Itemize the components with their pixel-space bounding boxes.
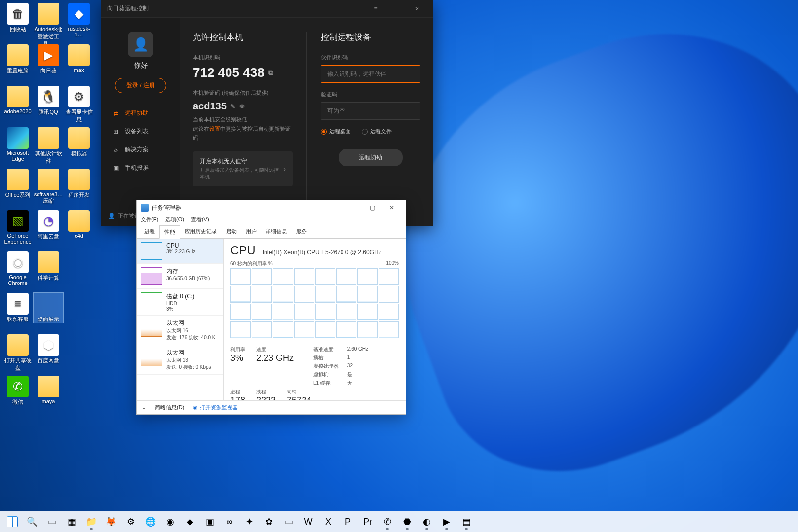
tab-应用历史记录[interactable]: 应用历史记录 bbox=[180, 225, 222, 238]
nav-item-设备列表[interactable]: ⊞设备列表 bbox=[101, 122, 180, 141]
cpu-name: Intel(R) Xeon(R) CPU E5-2670 0 @ 2.60GHz bbox=[263, 249, 381, 256]
taskbar-app3[interactable]: ✿ bbox=[260, 512, 278, 531]
taskbar-vs[interactable]: ∞ bbox=[220, 512, 239, 531]
desktop-icon-software3…压缩[interactable]: software3…压缩 bbox=[34, 169, 63, 205]
tab-性能[interactable]: 性能 bbox=[159, 225, 180, 239]
perf-mini-磁盘 0 (C:)[interactable]: 磁盘 0 (C:)HDD3% bbox=[137, 289, 223, 316]
menu-文件(F)[interactable]: 文件(F) bbox=[141, 216, 158, 223]
desktop-icon-查看显卡信息[interactable]: ⚙查看显卡信息 bbox=[64, 86, 94, 123]
desktop-icon-重置电脑[interactable]: 重置电脑 bbox=[3, 44, 33, 74]
taskbar-wechat[interactable]: ✆ bbox=[378, 512, 397, 531]
nav-item-手机投屏[interactable]: ▣手机投屏 bbox=[101, 159, 180, 177]
eye-icon[interactable]: 👁 bbox=[239, 103, 245, 110]
taskbar-app2[interactable]: ✦ bbox=[240, 512, 259, 531]
taskbar-taskmgr[interactable]: ▤ bbox=[457, 512, 476, 531]
desktop-icon-程序开发[interactable]: 程序开发 bbox=[64, 169, 94, 199]
taskbar-excel[interactable]: X bbox=[319, 512, 338, 531]
perf-mini-以太网[interactable]: 以太网以太网 16发送: 176 接收: 40.0 K bbox=[137, 316, 223, 345]
desktop-icon-模拟器[interactable]: 模拟器 bbox=[64, 127, 94, 157]
taskbar-explorer[interactable]: 📁 bbox=[82, 512, 101, 531]
desktop-icon-向日葵[interactable]: ▶向日葵 bbox=[34, 44, 63, 74]
icon-label: 其他设计软件 bbox=[34, 150, 63, 165]
taskbar-search[interactable]: 🔍 bbox=[23, 512, 41, 531]
desktop-icon-Office系列[interactable]: Office系列 bbox=[3, 169, 33, 199]
perf-mini-内存[interactable]: 内存36.6/55.0 GB (67%) bbox=[137, 264, 223, 289]
perf-mini-CPU[interactable]: CPU3% 2.23 GHz bbox=[137, 239, 223, 264]
brief-info-button[interactable]: 简略信息(D) bbox=[155, 404, 184, 411]
desktop-icon-max[interactable]: max bbox=[64, 44, 94, 73]
login-register-button[interactable]: 登录 / 注册 bbox=[115, 78, 166, 93]
tab-用户[interactable]: 用户 bbox=[241, 225, 261, 238]
desktop-icon-其他设计软件[interactable]: 其他设计软件 bbox=[34, 127, 63, 165]
remote-file-radio[interactable]: 远程文件 bbox=[362, 128, 392, 135]
taskbar-app1[interactable]: ◆ bbox=[181, 512, 199, 531]
tab-启动[interactable]: 启动 bbox=[222, 225, 241, 238]
icon-label: adobe2020 bbox=[3, 108, 33, 114]
close-icon[interactable]: ✕ bbox=[407, 0, 427, 18]
menu-icon[interactable]: ≡ bbox=[365, 0, 386, 18]
resource-monitor-link[interactable]: ◉打开资源监视器 bbox=[193, 404, 238, 411]
taskbar-edge[interactable]: 🌐 bbox=[141, 512, 160, 531]
minimize-icon[interactable]: — bbox=[386, 0, 407, 18]
desktop-icon-腾讯QQ[interactable]: 🐧腾讯QQ bbox=[34, 86, 63, 116]
menu-选项(O)[interactable]: 选项(O) bbox=[165, 216, 184, 223]
taskmanager-titlebar[interactable]: 任务管理器 — ▢ ✕ bbox=[137, 200, 406, 215]
perf-mini-以太网[interactable]: 以太网以太网 13发送: 0 接收: 0 Kbps bbox=[137, 345, 223, 375]
menu-查看(V)[interactable]: 查看(V) bbox=[191, 216, 209, 223]
close-icon[interactable]: ✕ bbox=[382, 201, 402, 214]
taskbar-taskview[interactable]: ▭ bbox=[42, 512, 61, 531]
desktop-icon-Autodesk批量激活工具…[interactable]: Autodesk批量激活工具… bbox=[34, 3, 63, 48]
taskbar-app5[interactable]: ◐ bbox=[418, 512, 436, 531]
tab-进程[interactable]: 进程 bbox=[140, 225, 159, 238]
taskbar-premiere[interactable]: Pr bbox=[358, 512, 377, 531]
desktop-icon-微信[interactable]: ✆微信 bbox=[3, 376, 33, 406]
taskbar-terminal[interactable]: ▭ bbox=[279, 512, 298, 531]
desktop-icon-maya[interactable]: maya bbox=[34, 376, 63, 404]
desktop-icon-GeForce Experience[interactable]: ▧GeForce Experience bbox=[3, 210, 33, 245]
mini-name: 以太网 bbox=[166, 349, 211, 357]
cpu-core-cell bbox=[230, 321, 251, 338]
avatar-icon[interactable]: 👤 bbox=[128, 32, 153, 57]
icon-label: 模拟器 bbox=[64, 150, 94, 157]
cpu-core-cell bbox=[315, 286, 336, 303]
desktop-icon-阿里云盘[interactable]: ◔阿里云盘 bbox=[34, 210, 63, 240]
desktop-icon-rustdesk-1…[interactable]: ◆rustdesk-1… bbox=[64, 3, 94, 37]
taskbar-rustdesk[interactable]: ▣ bbox=[200, 512, 219, 531]
remote-desktop-radio[interactable]: 远程桌面 bbox=[321, 128, 351, 135]
connect-button[interactable]: 远程协助 bbox=[339, 149, 403, 166]
settings-link[interactable]: 设置 bbox=[209, 126, 220, 132]
desktop-icon-科学计算[interactable]: 科学计算 bbox=[34, 251, 63, 282]
taskbar-ppt[interactable]: P bbox=[339, 512, 357, 531]
mini-sub: 以太网 16 bbox=[166, 327, 216, 334]
desktop-icon-打开共享硬盘[interactable]: 打开共享硬盘 bbox=[3, 334, 33, 372]
taskbar-firefox[interactable]: 🦊 bbox=[102, 512, 120, 531]
edit-icon[interactable]: ✎ bbox=[230, 103, 235, 110]
sunlogin-titlebar[interactable]: 向日葵远程控制 ≡ — ✕ bbox=[101, 0, 433, 18]
unattended-toggle[interactable]: 开启本机无人值守 开启后将加入设备列表，可随时远控本机 › bbox=[193, 151, 293, 186]
tab-服务[interactable]: 服务 bbox=[292, 225, 311, 238]
nav-item-远程协助[interactable]: ⇄远程协助 bbox=[101, 104, 180, 122]
maximize-icon[interactable]: ▢ bbox=[362, 201, 382, 214]
taskbar-word[interactable]: W bbox=[299, 512, 318, 531]
partner-id-input[interactable] bbox=[321, 65, 420, 83]
minimize-icon[interactable]: — bbox=[342, 201, 362, 214]
copy-icon[interactable]: ⧉ bbox=[268, 69, 273, 77]
desktop-icon-回收站[interactable]: 🗑回收站 bbox=[3, 3, 33, 33]
collapse-icon[interactable]: ⌄ bbox=[142, 404, 146, 411]
taskbar-settings[interactable]: ⚙ bbox=[121, 512, 140, 531]
desktop-icon-百度网盘[interactable]: ⬢百度网盘 bbox=[34, 334, 63, 364]
desktop-icon-adobe2020[interactable]: adobe2020 bbox=[3, 86, 33, 114]
taskbar-start[interactable] bbox=[3, 512, 22, 531]
taskbar-app4[interactable]: ⬣ bbox=[398, 512, 417, 531]
remote-vcode-input[interactable] bbox=[321, 102, 420, 120]
tab-详细信息[interactable]: 详细信息 bbox=[261, 225, 292, 238]
desktop-icon-桌面展示[interactable]: 桌面展示 bbox=[34, 293, 63, 323]
taskbar-chrome[interactable]: ◉ bbox=[161, 512, 180, 531]
taskbar-widgets[interactable]: ▦ bbox=[62, 512, 81, 531]
desktop-icon-Google Chrome[interactable]: ◉Google Chrome bbox=[3, 251, 33, 286]
desktop-icon-联系客服[interactable]: ≡联系客服 bbox=[3, 293, 33, 323]
nav-item-解决方案[interactable]: ☼解决方案 bbox=[101, 141, 180, 159]
taskbar-sunlogin[interactable]: ▶ bbox=[437, 512, 456, 531]
desktop-icon-Microsoft Edge[interactable]: Microsoft Edge bbox=[3, 127, 33, 162]
desktop-icon-c4d[interactable]: c4d bbox=[64, 210, 94, 239]
